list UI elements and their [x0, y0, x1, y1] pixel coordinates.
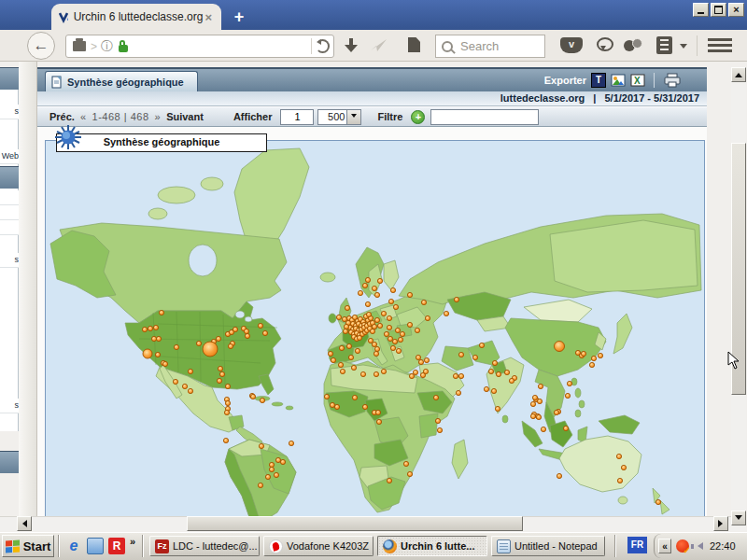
- world-map-svg: [46, 141, 704, 517]
- sidebar-item[interactable]: s: [0, 253, 19, 268]
- quick-launch-r-app-icon[interactable]: R: [108, 538, 125, 554]
- taskbar-window-vodafone[interactable]: Vodafone K4203Z: [263, 536, 374, 556]
- toolbar-caret-icon[interactable]: [680, 44, 687, 52]
- close-button[interactable]: ×: [728, 3, 744, 17]
- report-tab-label: Synthèse géographique: [67, 77, 184, 88]
- exporter-label: Exporter: [544, 75, 586, 86]
- print-icon[interactable]: [663, 73, 682, 88]
- map-title-box: Synthèse géographique: [56, 133, 267, 152]
- taskbar-window-notepad[interactable]: Untitled - Notepad: [491, 536, 605, 556]
- site-label: luttedeclasse.org: [500, 92, 585, 104]
- filter-label: Filtre: [377, 111, 402, 122]
- report-doc-icon: [51, 76, 63, 89]
- system-tray: « 22:40: [654, 534, 747, 558]
- search-box[interactable]: [435, 35, 545, 58]
- exporter-bar: Exporter T X: [544, 73, 682, 88]
- taskbar-window-label: Urchin 6 lutte...: [401, 540, 474, 552]
- language-indicator[interactable]: FR: [627, 537, 647, 553]
- reload-icon[interactable]: [316, 39, 330, 53]
- sidebar-splitter[interactable]: [19, 62, 37, 517]
- window-controls: ×: [693, 3, 744, 17]
- dropdown-button[interactable]: [346, 110, 360, 124]
- lock-icon[interactable]: [119, 45, 128, 52]
- start-button[interactable]: Start: [2, 535, 54, 557]
- export-image-icon[interactable]: [611, 74, 626, 87]
- sidebar-item[interactable]: [0, 205, 19, 220]
- taskbar-window-filezilla[interactable]: Fz LDC - luttedec@...: [149, 536, 260, 556]
- svg-text:X: X: [634, 76, 641, 86]
- scroll-left-button[interactable]: [17, 516, 32, 531]
- scroll-up-button[interactable]: [731, 67, 746, 82]
- site-identity-icon[interactable]: [73, 41, 86, 51]
- sidebar-item[interactable]: [0, 220, 19, 235]
- chevron-right-icon: >: [91, 40, 97, 53]
- taskbar-divider: [142, 535, 144, 557]
- export-excel-icon[interactable]: X: [630, 74, 645, 87]
- sidebar-item[interactable]: [0, 190, 19, 205]
- url-input[interactable]: [132, 39, 307, 54]
- navbar-divider: [697, 35, 698, 56]
- exporter-divider: [654, 73, 655, 88]
- filter-input[interactable]: [430, 109, 539, 125]
- taskbar-divider: [614, 535, 616, 557]
- accounts-icon[interactable]: [624, 38, 642, 53]
- browser-tab-bar: Urchin 6 luttedeclasse.org × + ×: [0, 0, 747, 30]
- page-number-input[interactable]: [280, 109, 314, 125]
- taskbar-clock[interactable]: 22:40: [710, 540, 736, 552]
- tab-close-icon[interactable]: ×: [203, 10, 214, 24]
- quick-launch-folder-icon[interactable]: [87, 538, 104, 554]
- taskbar-window-label: Vodafone K4203Z: [287, 540, 369, 552]
- urchin-sun-icon: [54, 125, 82, 151]
- search-input[interactable]: [458, 38, 539, 54]
- info-icon[interactable]: ⓘ: [101, 38, 113, 55]
- add-filter-icon[interactable]: +: [411, 110, 425, 124]
- sidebar-item[interactable]: s: [0, 399, 19, 413]
- scroll-right-button[interactable]: [713, 516, 728, 531]
- url-bar[interactable]: > ⓘ: [65, 35, 334, 58]
- sidebar-section-header[interactable]: [0, 166, 19, 189]
- sidebar-fragment: s Web s s: [0, 67, 19, 431]
- browser-tab[interactable]: Urchin 6 luttedeclasse.org ×: [51, 4, 221, 30]
- export-text-icon[interactable]: T: [591, 73, 606, 88]
- sidebar-item[interactable]: s: [0, 105, 19, 119]
- taskbar-divider: [58, 535, 60, 557]
- start-label: Start: [23, 539, 51, 553]
- prev-link[interactable]: Préc.: [49, 111, 75, 122]
- downloads-icon[interactable]: [345, 38, 358, 53]
- quick-launch-overflow-icon[interactable]: »: [130, 536, 135, 547]
- tray-vodafone-icon[interactable]: [676, 539, 689, 553]
- filezilla-icon: Fz: [155, 539, 169, 553]
- search-icon: [442, 41, 453, 52]
- page-size-select[interactable]: 500: [317, 109, 361, 125]
- report-scope-bar: luttedeclasse.org | 5/1/2017 - 5/31/2017: [37, 91, 707, 106]
- scroll-down-button[interactable]: [731, 511, 746, 525]
- back-button[interactable]: ←: [27, 32, 55, 60]
- report-tab[interactable]: Synthèse géographique: [45, 71, 198, 92]
- menu-icon[interactable]: [708, 38, 732, 55]
- row-range: 1-468 | 468: [92, 111, 149, 122]
- next-arrows[interactable]: »: [155, 111, 162, 122]
- next-link[interactable]: Suivant: [166, 111, 204, 122]
- chat-bubble-icon[interactable]: [597, 37, 613, 51]
- sidebar-panel-icon[interactable]: [656, 36, 672, 54]
- new-tab-button[interactable]: +: [227, 7, 251, 28]
- volume-icon[interactable]: [694, 542, 703, 550]
- tray-collapse-button[interactable]: «: [658, 539, 671, 553]
- quick-launch-browser-icon[interactable]: e: [65, 538, 82, 554]
- taskbar-window-label: LDC - luttedec@...: [173, 540, 258, 552]
- forward-button[interactable]: [370, 37, 388, 52]
- horizontal-scroll-thumb[interactable]: [187, 516, 523, 531]
- page-size-value: 500: [318, 110, 346, 124]
- urchin-favicon: [59, 10, 68, 23]
- prev-arrows[interactable]: «: [80, 111, 87, 122]
- sidebar-section-header[interactable]: [0, 67, 19, 90]
- taskbar-window-urchin[interactable]: Urchin 6 lutte...: [377, 536, 487, 556]
- sidebar-item[interactable]: Web: [0, 149, 19, 164]
- minimize-button[interactable]: [693, 3, 709, 17]
- sidebar-section-header[interactable]: [0, 451, 19, 473]
- report-toolbar: Préc. « 1-468 | 468 » Suivant Afficher 5…: [37, 106, 707, 127]
- restore-button[interactable]: [711, 3, 726, 17]
- taskbar-window-label: Untitled - Notepad: [514, 540, 598, 552]
- world-map: [45, 140, 705, 518]
- pocket-icon[interactable]: v: [560, 37, 583, 53]
